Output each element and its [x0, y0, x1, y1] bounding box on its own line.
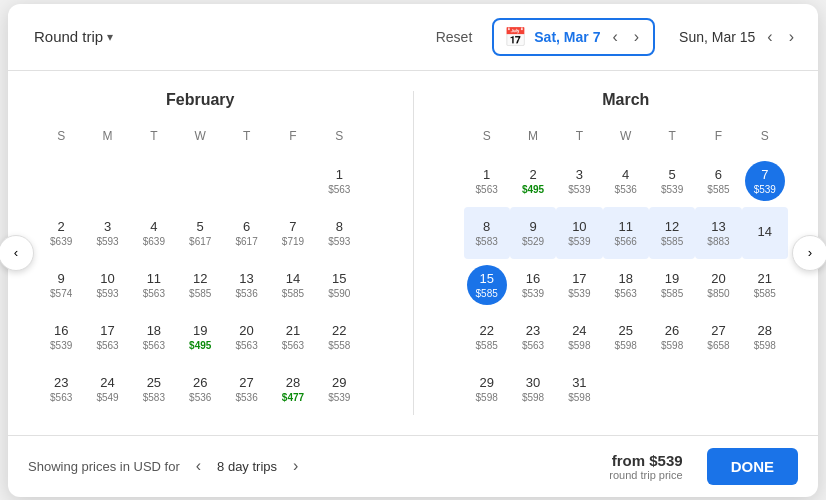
- day-cell[interactable]: 3$539: [556, 155, 602, 207]
- day-cell[interactable]: 5$617: [177, 207, 223, 259]
- day-cell[interactable]: 20$850: [695, 259, 741, 311]
- day-cell[interactable]: 27$658: [695, 311, 741, 363]
- day-cell[interactable]: 29$598: [464, 363, 510, 415]
- day-cell[interactable]: 11$566: [603, 207, 649, 259]
- day-price: $598: [476, 392, 498, 403]
- day-cell[interactable]: 24$598: [556, 311, 602, 363]
- calendar-icon: 📅: [504, 26, 526, 48]
- day-price: $495: [189, 340, 211, 351]
- start-date-next-button[interactable]: ›: [630, 27, 643, 47]
- day-cell[interactable]: 10$539: [556, 207, 602, 259]
- march-title: March: [464, 91, 789, 109]
- day-cell[interactable]: 9$529: [510, 207, 556, 259]
- day-cell[interactable]: 23$563: [38, 363, 84, 415]
- day-cell[interactable]: 20$563: [223, 311, 269, 363]
- day-cell[interactable]: 25$598: [603, 311, 649, 363]
- day-cell[interactable]: 2$639: [38, 207, 84, 259]
- day-header-mm1: M: [510, 125, 556, 147]
- day-cell[interactable]: 23$563: [510, 311, 556, 363]
- day-cell[interactable]: 5$539: [649, 155, 695, 207]
- day-cell[interactable]: 21$585: [742, 259, 788, 311]
- day-cell[interactable]: 2$495: [510, 155, 556, 207]
- day-number: 13: [711, 219, 725, 234]
- day-cell[interactable]: 4$639: [131, 207, 177, 259]
- reset-button[interactable]: Reset: [428, 25, 481, 49]
- day-cell[interactable]: 24$549: [84, 363, 130, 415]
- start-date-prev-button[interactable]: ‹: [608, 27, 621, 47]
- day-cell[interactable]: 11$563: [131, 259, 177, 311]
- day-cell[interactable]: 21$563: [270, 311, 316, 363]
- day-cell[interactable]: 18$563: [603, 259, 649, 311]
- day-cell[interactable]: 19$585: [649, 259, 695, 311]
- next-month-button[interactable]: ›: [792, 235, 826, 271]
- trip-duration-next-button[interactable]: ›: [289, 456, 302, 476]
- end-date-prev-button[interactable]: ‹: [763, 27, 776, 47]
- day-cell[interactable]: 19$495: [177, 311, 223, 363]
- day-header-w1: W: [177, 125, 223, 147]
- day-cell[interactable]: 1$563: [316, 155, 362, 207]
- day-cell[interactable]: 13$536: [223, 259, 269, 311]
- day-cell[interactable]: 28$477: [270, 363, 316, 415]
- day-cell[interactable]: 17$539: [556, 259, 602, 311]
- round-trip-button[interactable]: Round trip ▾: [28, 24, 119, 49]
- day-cell[interactable]: 8$593: [316, 207, 362, 259]
- day-cell[interactable]: 16$539: [38, 311, 84, 363]
- day-price: $536: [189, 392, 211, 403]
- day-header-t2: T: [223, 125, 269, 147]
- day-price: $539: [50, 340, 72, 351]
- day-number: 29: [332, 375, 346, 390]
- end-date-next-button[interactable]: ›: [785, 27, 798, 47]
- price-subtitle: round trip price: [609, 469, 682, 481]
- day-cell[interactable]: 15$585: [464, 259, 510, 311]
- day-cell[interactable]: 27$536: [223, 363, 269, 415]
- day-cell[interactable]: 3$593: [84, 207, 130, 259]
- day-number: 10: [100, 271, 114, 286]
- day-cell[interactable]: 22$585: [464, 311, 510, 363]
- day-header-mf1: F: [695, 125, 741, 147]
- trip-duration-prev-button[interactable]: ‹: [192, 456, 205, 476]
- day-cell[interactable]: 26$536: [177, 363, 223, 415]
- day-price: $590: [328, 288, 350, 299]
- day-cell[interactable]: 13$883: [695, 207, 741, 259]
- footer: Showing prices in USD for ‹ 8 day trips …: [8, 435, 818, 497]
- day-cell[interactable]: 22$558: [316, 311, 362, 363]
- day-cell[interactable]: 28$598: [742, 311, 788, 363]
- day-cell[interactable]: 26$598: [649, 311, 695, 363]
- day-cell[interactable]: 10$593: [84, 259, 130, 311]
- day-cell[interactable]: 14$585: [270, 259, 316, 311]
- day-cell[interactable]: 29$539: [316, 363, 362, 415]
- start-date-selector[interactable]: 📅 Sat, Mar 7 ‹ ›: [492, 18, 655, 56]
- day-price: $536: [615, 184, 637, 195]
- day-cell[interactable]: 7$539: [742, 155, 788, 207]
- day-cell[interactable]: 15$590: [316, 259, 362, 311]
- day-cell[interactable]: 31$598: [556, 363, 602, 415]
- day-cell[interactable]: 14: [742, 207, 788, 259]
- day-cell[interactable]: 7$719: [270, 207, 316, 259]
- day-cell[interactable]: 9$574: [38, 259, 84, 311]
- day-number: 27: [239, 375, 253, 390]
- day-cell[interactable]: 6$617: [223, 207, 269, 259]
- calendars-container: February S M T W T F S 1$5632$6393$5934$…: [8, 71, 818, 435]
- day-cell[interactable]: 12$585: [177, 259, 223, 311]
- february-calendar: February S M T W T F S 1$5632$6393$5934$…: [38, 91, 363, 415]
- day-number: 4: [150, 219, 157, 234]
- day-price: $585: [476, 288, 498, 299]
- done-button[interactable]: DONE: [707, 448, 798, 485]
- day-cell[interactable]: 8$583: [464, 207, 510, 259]
- day-number: 3: [104, 219, 111, 234]
- day-cell[interactable]: 12$585: [649, 207, 695, 259]
- day-price: $598: [568, 392, 590, 403]
- showing-label: Showing prices in USD for: [28, 459, 180, 474]
- day-cell[interactable]: 16$539: [510, 259, 556, 311]
- day-number: 16: [54, 323, 68, 338]
- day-cell[interactable]: 17$563: [84, 311, 130, 363]
- day-price: $585: [189, 288, 211, 299]
- day-cell[interactable]: 1$563: [464, 155, 510, 207]
- day-price: $639: [50, 236, 72, 247]
- day-cell[interactable]: 25$583: [131, 363, 177, 415]
- day-cell[interactable]: 6$585: [695, 155, 741, 207]
- day-cell[interactable]: 4$536: [603, 155, 649, 207]
- day-price: $574: [50, 288, 72, 299]
- day-cell[interactable]: 18$563: [131, 311, 177, 363]
- day-cell[interactable]: 30$598: [510, 363, 556, 415]
